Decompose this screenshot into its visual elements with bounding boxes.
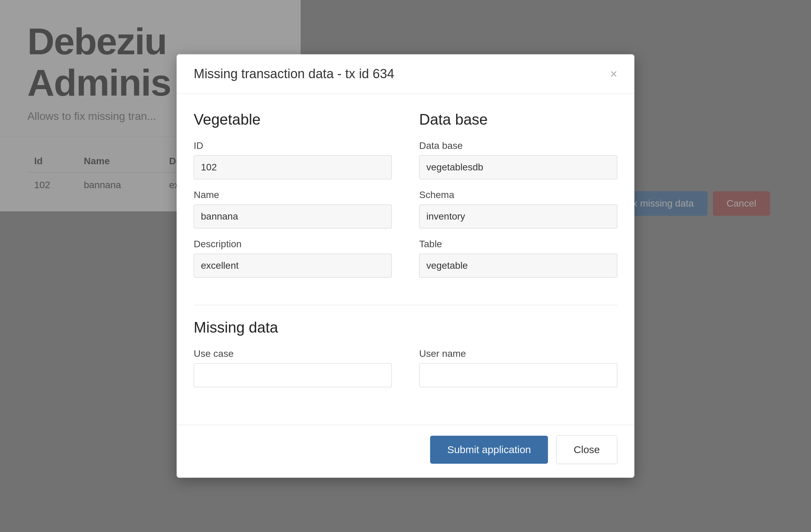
modal-overlay: Missing transaction data - tx id 634 × V… <box>0 0 811 532</box>
table-input[interactable] <box>419 254 617 278</box>
user-name-group: User name <box>419 348 617 397</box>
database-name-input[interactable] <box>419 155 617 179</box>
vegetable-name-input[interactable] <box>194 205 392 228</box>
missing-data-section: Missing data Use case User name <box>194 305 617 397</box>
modal-dialog: Missing transaction data - tx id 634 × V… <box>177 54 634 478</box>
vegetable-id-label: ID <box>194 140 392 151</box>
modal-footer: Submit application Close <box>177 425 634 478</box>
submit-application-button[interactable]: Submit application <box>430 436 548 464</box>
vegetable-id-input[interactable] <box>194 155 392 179</box>
vegetable-name-group: Name <box>194 190 392 228</box>
schema-input[interactable] <box>419 205 617 228</box>
schema-group: Schema <box>419 190 617 228</box>
database-name-label: Data base <box>419 140 617 151</box>
vegetable-id-group: ID <box>194 140 392 179</box>
vegetable-heading: Vegetable <box>194 111 392 128</box>
table-group: Table <box>419 239 617 278</box>
modal-close-button[interactable]: × <box>610 68 617 80</box>
modal-top-columns: Vegetable ID Name Description <box>194 111 617 288</box>
use-case-label: Use case <box>194 348 392 359</box>
user-name-input[interactable] <box>419 363 617 387</box>
use-case-input[interactable] <box>194 363 392 387</box>
use-case-group: Use case <box>194 348 392 397</box>
modal-header: Missing transaction data - tx id 634 × <box>177 54 634 94</box>
modal-body: Vegetable ID Name Description <box>177 94 634 425</box>
database-name-group: Data base <box>419 140 617 179</box>
database-heading: Data base <box>419 111 617 128</box>
missing-data-heading: Missing data <box>194 319 617 336</box>
modal-title: Missing transaction data - tx id 634 <box>194 67 394 81</box>
close-modal-button[interactable]: Close <box>556 435 617 464</box>
vegetable-description-input[interactable] <box>194 254 392 278</box>
vegetable-column: Vegetable ID Name Description <box>194 111 392 288</box>
user-name-label: User name <box>419 348 617 359</box>
vegetable-description-group: Description <box>194 239 392 278</box>
missing-data-columns: Use case User name <box>194 348 617 397</box>
schema-label: Schema <box>419 190 617 200</box>
vegetable-description-label: Description <box>194 239 392 250</box>
database-column: Data base Data base Schema Table <box>419 111 617 288</box>
vegetable-name-label: Name <box>194 190 392 200</box>
table-label: Table <box>419 239 617 250</box>
